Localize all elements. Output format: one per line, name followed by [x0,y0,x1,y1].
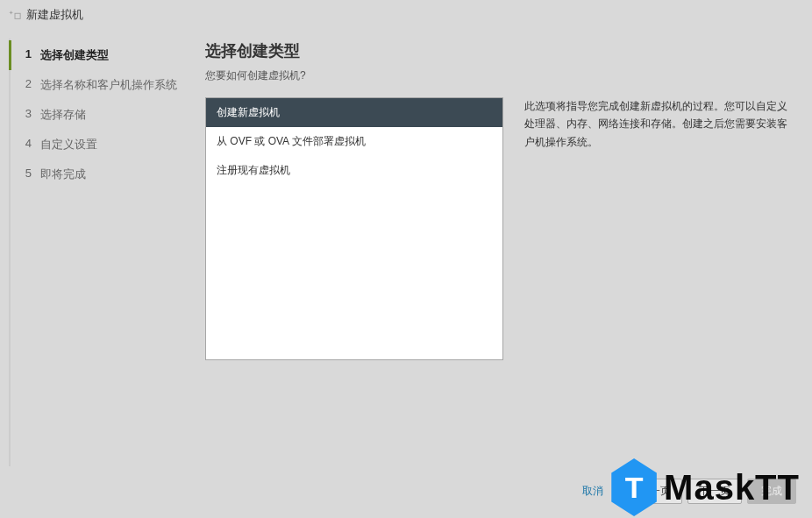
step-number: 3 [21,107,32,123]
dialog-footer: 取消 上一页 下一页 完成 [0,466,812,518]
step-number: 4 [21,137,32,153]
wizard-step-name-os[interactable]: 2 选择名称和客户机操作系统 [9,70,189,100]
panel-subtitle: 您要如何创建虚拟机? [200,67,803,97]
dialog-header: 新建虚拟机 [0,0,812,30]
dialog-body: 1 选择创建类型 2 选择名称和客户机操作系统 3 选择存储 4 自定义设置 5… [0,30,812,466]
wizard-step-customize[interactable]: 4 自定义设置 [9,130,189,160]
option-create-new-vm[interactable]: 创建新虚拟机 [206,98,502,127]
finish-button: 完成 [747,479,796,504]
step-label: 选择名称和客户机操作系统 [40,77,177,93]
panel-content: 创建新虚拟机 从 OVF 或 OVA 文件部署虚拟机 注册现有虚拟机 此选项将指… [200,97,803,466]
option-deploy-ovf-ova[interactable]: 从 OVF 或 OVA 文件部署虚拟机 [206,127,502,156]
main-panel: 选择创建类型 您要如何创建虚拟机? 创建新虚拟机 从 OVF 或 OVA 文件部… [200,39,803,466]
step-label: 自定义设置 [40,137,97,153]
step-label: 选择存储 [40,107,86,123]
step-number: 2 [21,77,32,93]
step-label: 即将完成 [40,167,86,182]
step-number: 1 [21,47,32,63]
step-number: 5 [21,167,32,182]
wizard-step-ready[interactable]: 5 即将完成 [9,160,189,189]
vm-icon [9,9,21,21]
next-button[interactable]: 下一页 [687,479,742,504]
wizard-step-storage[interactable]: 3 选择存储 [9,100,189,130]
creation-type-options: 创建新虚拟机 从 OVF 或 OVA 文件部署虚拟机 注册现有虚拟机 [205,97,503,360]
option-description: 此选项将指导您完成创建新虚拟机的过程。您可以自定义处理器、内存、网络连接和存储。… [524,97,798,466]
dialog-title: 新建虚拟机 [26,7,83,23]
svg-rect-0 [15,13,20,18]
cancel-button[interactable]: 取消 [568,479,617,503]
wizard-steps: 1 选择创建类型 2 选择名称和客户机操作系统 3 选择存储 4 自定义设置 5… [9,39,189,466]
option-register-existing[interactable]: 注册现有虚拟机 [206,156,502,185]
step-label: 选择创建类型 [40,47,109,63]
panel-title: 选择创建类型 [200,39,803,67]
wizard-step-creation-type[interactable]: 1 选择创建类型 [9,40,189,70]
new-vm-wizard-dialog: 新建虚拟机 1 选择创建类型 2 选择名称和客户机操作系统 3 选择存储 4 自… [0,0,812,518]
back-button[interactable]: 上一页 [628,479,682,504]
